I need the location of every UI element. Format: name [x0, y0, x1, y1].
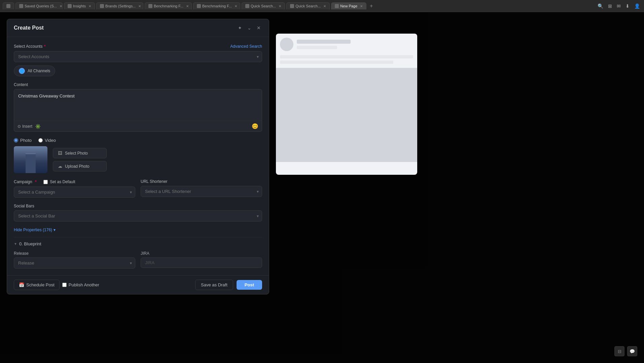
tab-favicon: [197, 4, 201, 8]
select-photo-button[interactable]: 🖼 Select Photo: [53, 148, 107, 158]
url-shortener-label: URL Shortener: [141, 179, 262, 184]
calendar-icon: 📅: [19, 282, 24, 287]
tab-favicon: [290, 4, 294, 8]
tab-close-icon[interactable]: ✕: [360, 4, 363, 8]
hide-properties-button[interactable]: Hide Properties (176) ▾: [14, 228, 262, 232]
url-shortener-dropdown[interactable]: Select a URL Shortener: [141, 186, 262, 197]
set-as-default-checkbox[interactable]: [43, 180, 48, 184]
tab-favicon: [148, 4, 152, 8]
comment-icon[interactable]: 💬: [627, 346, 637, 356]
tab-close-icon[interactable]: ✕: [88, 4, 91, 8]
tab-label: New Page: [340, 4, 357, 8]
campaign-select-wrapper: Select a Campaign ▾: [14, 187, 135, 198]
tab-close-icon[interactable]: ✕: [235, 4, 237, 8]
photo-preview-image: [14, 146, 47, 173]
preview-subtitle-line: [297, 46, 337, 49]
content-textarea[interactable]: [14, 89, 262, 120]
tab-favicon: [100, 4, 104, 8]
tab-label: Quick Search...: [295, 4, 321, 8]
tab-new-page[interactable]: New Page ✕: [331, 2, 366, 9]
publish-another-label[interactable]: Publish Another: [62, 282, 99, 287]
select-accounts-dropdown[interactable]: Select Accounts: [14, 51, 262, 62]
content-label: Content: [14, 82, 262, 87]
download-icon[interactable]: ⬇: [624, 3, 631, 9]
tab-favicon: [6, 4, 10, 8]
modal-header: Create Post ✦ ⌄ ✕: [7, 19, 269, 37]
all-channels-button[interactable]: 🌐 All Channels: [14, 66, 55, 76]
modal-header-actions: ✦ ⌄ ✕: [237, 24, 262, 32]
select-accounts-wrapper: Select Accounts ▾: [14, 51, 262, 62]
blueprint-header[interactable]: ▼ 0. Blueprint: [14, 241, 262, 246]
campaign-dropdown[interactable]: Select a Campaign: [14, 187, 135, 198]
tab-quick-search-2[interactable]: Quick Search... ✕: [286, 2, 330, 9]
emoji-button[interactable]: 😊: [252, 123, 258, 129]
tab-home[interactable]: [3, 2, 14, 9]
modal-body: Select Accounts * Advanced Search Select…: [7, 37, 269, 275]
preview-text-line-1: [280, 55, 413, 58]
upload-photo-button[interactable]: ☁ Upload Photo: [53, 161, 107, 171]
tab-close-icon[interactable]: ✕: [186, 4, 189, 8]
tab-label: Saved Queries (S...: [25, 4, 57, 8]
release-dropdown[interactable]: Release: [14, 257, 135, 269]
expand-button[interactable]: ✦: [237, 24, 243, 32]
cloud-upload-icon: ☁: [58, 164, 62, 169]
advanced-search-link[interactable]: Advanced Search: [230, 44, 262, 49]
schedule-post-button[interactable]: 📅 Schedule Post: [14, 280, 60, 290]
footer-right: Save as Draft Post: [195, 280, 262, 290]
tab-favicon: [245, 4, 249, 8]
new-tab-button[interactable]: +: [368, 2, 375, 10]
tab-label: Benchmarking F...: [202, 4, 232, 8]
content-area: ⊙ Insert ✳️ 😊: [14, 89, 262, 132]
set-as-default-label[interactable]: Set as Default: [43, 179, 75, 184]
layout-icon[interactable]: ⊟: [614, 346, 624, 356]
minimize-button[interactable]: ⌄: [246, 24, 253, 32]
social-bars-dropdown[interactable]: Select a Social Bar: [14, 210, 262, 221]
close-button[interactable]: ✕: [255, 24, 262, 32]
chevron-down-icon: ▾: [53, 228, 56, 232]
photo-radio[interactable]: [14, 138, 18, 143]
tab-close-icon[interactable]: ✕: [138, 4, 141, 8]
preview-header: [276, 34, 417, 55]
tab-quick-search-1[interactable]: Quick Search... ✕: [242, 2, 285, 9]
blueprint-section: ▼ 0. Blueprint Release Release ▾: [14, 237, 262, 269]
photo-thumbnail: [14, 146, 47, 173]
content-section: Content ⊙ Insert ✳️ 😊: [14, 82, 262, 132]
publish-another-checkbox[interactable]: [62, 283, 67, 287]
footer-left: 📅 Schedule Post Publish Another: [14, 280, 99, 290]
social-bars-label: Social Bars: [14, 204, 262, 208]
tab-close-icon[interactable]: ✕: [279, 4, 281, 8]
required-indicator: *: [44, 44, 45, 49]
jira-input[interactable]: [141, 257, 262, 268]
photo-radio-label[interactable]: Photo: [14, 138, 32, 143]
media-type-section: Photo Video 🖼 Select Photo: [14, 138, 262, 173]
tab-favicon: [68, 4, 72, 8]
sparkle-icon[interactable]: ✳️: [35, 124, 41, 129]
tab-saved-queries[interactable]: Saved Queries (S... ✕: [15, 2, 63, 9]
insert-button[interactable]: ⊙ Insert: [17, 124, 32, 129]
url-shortener-column: URL Shortener Select a URL Shortener ▾: [141, 179, 262, 198]
tab-brands[interactable]: Brands (Settings... ✕: [96, 2, 143, 9]
campaign-label-row: Campaign * Set as Default: [14, 179, 135, 185]
browser-toolbar-icons: 🔍 ⊞ ✉ ⬇ 👤: [596, 3, 641, 9]
video-radio[interactable]: [38, 138, 43, 143]
video-radio-label[interactable]: Video: [38, 138, 56, 143]
select-accounts-section: Select Accounts * Advanced Search Select…: [14, 44, 262, 76]
tab-close-icon[interactable]: ✕: [323, 4, 326, 8]
user-icon[interactable]: 👤: [633, 3, 641, 9]
tab-insights[interactable]: Insights ✕: [64, 2, 95, 9]
preview-text-line-2: [280, 61, 393, 64]
mail-icon[interactable]: ✉: [615, 3, 622, 9]
grid-icon[interactable]: ⊞: [607, 3, 613, 9]
image-select-icon: 🖼: [58, 151, 62, 156]
save-as-draft-button[interactable]: Save as Draft: [195, 280, 233, 290]
search-icon[interactable]: 🔍: [596, 3, 605, 9]
tab-label: Quick Search...: [251, 4, 276, 8]
preview-name-lines: [297, 40, 351, 49]
tab-favicon: [335, 4, 339, 8]
post-button[interactable]: Post: [237, 280, 262, 290]
tab-benchmarking-2[interactable]: Benchmarking F... ✕: [193, 2, 240, 9]
tab-close-icon[interactable]: ✕: [60, 4, 62, 8]
tab-benchmarking-1[interactable]: Benchmarking F... ✕: [145, 2, 192, 9]
preview-avatar: [280, 38, 293, 51]
post-preview-panel: [276, 34, 417, 175]
